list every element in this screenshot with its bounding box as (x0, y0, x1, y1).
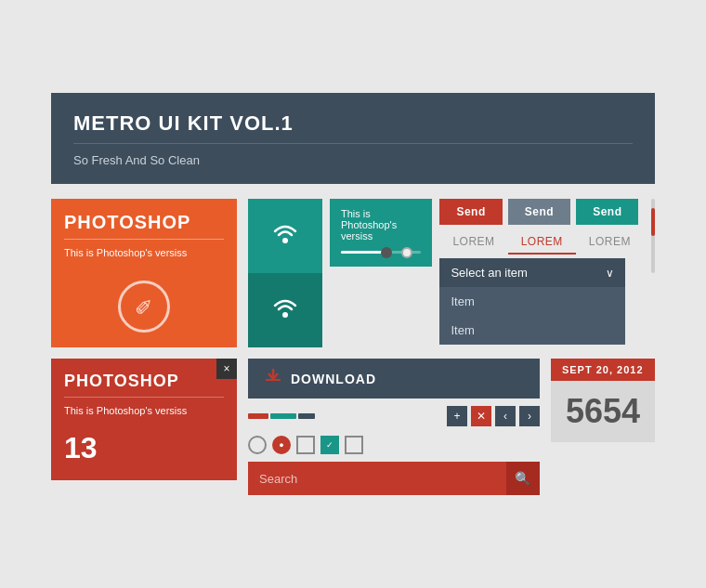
date-body: 5654 (551, 381, 655, 442)
card-photoshop-red: × PHOTOSHOP This is Photoshop's versiss … (51, 359, 237, 480)
main-grid: PHOTOSHOP This is Photoshop's versiss ✏ … (51, 199, 655, 495)
buttons-tabs-area: Send Send Send LOREM LOREM LOREM Select … (439, 199, 644, 345)
dropdown-item-1[interactable]: Item (439, 287, 625, 316)
toolbar-plus-btn[interactable]: + (447, 406, 467, 426)
red-card-title: PHOTOSHOP (64, 372, 224, 391)
toolbar-x-btn[interactable]: ✕ (471, 406, 491, 426)
search-icon: 🔍 (515, 471, 530, 486)
download-area: DOWNLOAD + ✕ ‹ › (248, 359, 540, 495)
wifi-icon-1 (268, 216, 302, 256)
icons-row: ● ✓ (248, 436, 540, 454)
bar-green (270, 413, 296, 419)
bar-red (248, 413, 268, 419)
icon-checkbox-3[interactable] (345, 436, 363, 454)
header-subtitle: So Fresh And So Clean (73, 153, 633, 167)
orange-card-text: This is Photoshop's versiss (64, 247, 224, 258)
top-row: This is Photoshop's versiss Send Send Se… (248, 199, 655, 347)
bottom-row: DOWNLOAD + ✕ ‹ › (248, 359, 655, 495)
scrollbar-container (651, 199, 655, 273)
date-number: 5654 (566, 392, 640, 431)
header-title: METRO UI KIT VOL.1 (73, 111, 633, 144)
teal-card-text: This is Photoshop's versiss (341, 208, 421, 242)
pencil-icon: ✏ (128, 291, 160, 322)
toolbar-next-btn[interactable]: › (519, 406, 540, 426)
icon-radio-2[interactable]: ● (272, 436, 291, 454)
slider-thumb-1[interactable] (381, 247, 392, 258)
icon-radio-1[interactable] (248, 436, 267, 454)
right-column: This is Photoshop's versiss Send Send Se… (248, 199, 655, 495)
button-row: Send Send Send (439, 199, 644, 225)
scrollbar-track[interactable] (651, 199, 655, 273)
bar-blue (298, 413, 315, 419)
dropdown-area: Select an item ∨ Item Item (439, 258, 644, 345)
toolbar-prev-btn[interactable]: ‹ (495, 406, 516, 426)
slider-fill (341, 251, 386, 254)
card-photoshop-orange: PHOTOSHOP This is Photoshop's versiss ✏ (51, 199, 237, 347)
download-label: DOWNLOAD (291, 372, 376, 386)
dropdown-items-list: Item Item (439, 287, 625, 345)
red-card-text: This is Photoshop's versiss (64, 405, 224, 416)
tab-3[interactable]: LOREM (576, 230, 644, 255)
send-button-2[interactable]: Send (508, 199, 570, 225)
dropdown-label: Select an item (451, 266, 527, 280)
toolbar-row: + ✕ ‹ › (248, 406, 540, 426)
orange-card-title: PHOTOSHOP (64, 212, 224, 233)
wifi-icon-2 (268, 291, 302, 331)
wifi-icon-square-1[interactable] (248, 199, 322, 273)
send-button-1[interactable]: Send (439, 199, 502, 225)
download-icon (263, 366, 283, 391)
tabs-row: LOREM LOREM LOREM (439, 230, 644, 255)
red-card-number: 13 (64, 431, 224, 465)
date-card: SEPT 20, 2012 5654 (551, 359, 655, 495)
left-column: PHOTOSHOP This is Photoshop's versiss ✏ … (51, 199, 237, 495)
date-header: SEPT 20, 2012 (551, 359, 655, 381)
close-button[interactable]: × (216, 359, 237, 379)
icon-checkbox-2[interactable]: ✓ (320, 436, 339, 454)
wifi-icon-square-2[interactable] (248, 273, 322, 347)
send-button-3[interactable]: Send (576, 199, 638, 225)
dropdown-item-2[interactable]: Item (439, 316, 625, 345)
search-bar: 🔍 (248, 462, 540, 495)
photoshop-icon: ✏ (118, 281, 170, 333)
icon-checkbox-1[interactable] (296, 436, 315, 454)
download-button[interactable]: DOWNLOAD (248, 359, 540, 399)
tab-1[interactable]: LOREM (439, 230, 507, 255)
search-input[interactable] (248, 464, 506, 493)
slider-thumb-2[interactable] (401, 247, 412, 258)
header-section: METRO UI KIT VOL.1 So Fresh And So Clean (51, 93, 655, 184)
toolbar-bars (248, 413, 443, 419)
card-teal: This is Photoshop's versiss (330, 199, 432, 267)
scrollbar-thumb (651, 208, 655, 236)
search-button[interactable]: 🔍 (506, 462, 540, 495)
tab-2[interactable]: LOREM (508, 230, 576, 255)
slider-track[interactable] (341, 251, 421, 254)
dropdown-select[interactable]: Select an item ∨ (439, 258, 625, 287)
chevron-down-icon: ∨ (606, 267, 614, 280)
icon-squares (248, 199, 322, 347)
svg-point-0 (282, 238, 288, 243)
svg-point-1 (282, 312, 288, 318)
